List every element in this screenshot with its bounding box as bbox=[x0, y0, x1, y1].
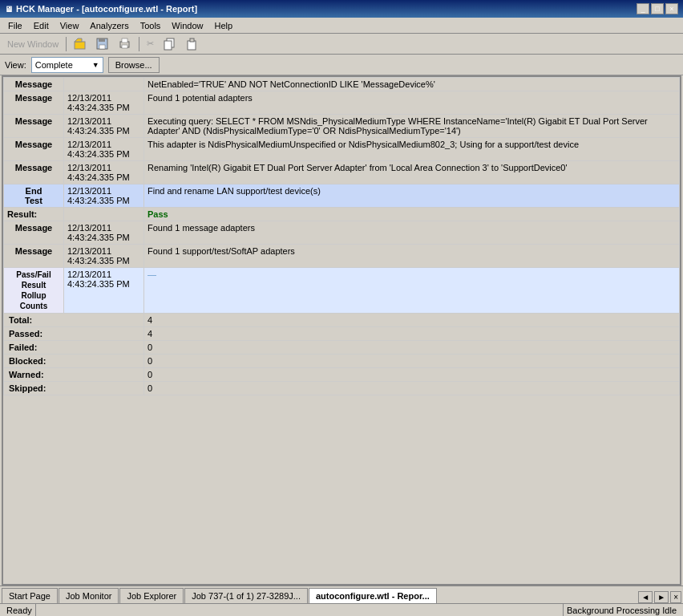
table-row: Message 12/13/20114:43:24.335 PM This ad… bbox=[4, 138, 680, 161]
summary-total-value: 4 bbox=[144, 314, 680, 327]
row-type-passfail: Pass/FailResultRollupCounts bbox=[4, 268, 64, 314]
menu-analyzers[interactable]: Analyzers bbox=[85, 19, 133, 32]
tab-nav-left-button[interactable]: ◄ bbox=[638, 591, 653, 603]
view-dropdown[interactable]: Complete ▼ bbox=[31, 57, 103, 73]
view-bar: View: Complete ▼ Browse... bbox=[0, 55, 683, 75]
menu-bar: File Edit View Analyzers Tools Window He… bbox=[0, 18, 683, 34]
menu-window[interactable]: Window bbox=[167, 19, 208, 32]
summary-total-row: Total: 4 bbox=[4, 314, 680, 327]
toolbar: New Window ✂ bbox=[0, 34, 683, 55]
row-message: Find and rename LAN support/test device(… bbox=[144, 184, 680, 208]
svg-rect-7 bbox=[122, 45, 127, 48]
minimize-button[interactable]: _ bbox=[637, 3, 649, 14]
svg-rect-10 bbox=[188, 41, 196, 50]
status-background: Background Processing Idle bbox=[563, 604, 680, 616]
row-datetime: 12/13/20114:43:24.335 PM bbox=[64, 221, 144, 245]
title-bar-controls: _ □ × bbox=[637, 3, 678, 14]
tabs-bar: Start Page Job Monitor Job Explorer Job … bbox=[0, 586, 683, 603]
row-datetime: 12/13/20114:43:24.335 PM bbox=[64, 245, 144, 268]
table-row: Message NetEnabled='TRUE' AND NOT NetCon… bbox=[4, 78, 680, 91]
menu-tools[interactable]: Tools bbox=[135, 19, 166, 32]
print-button[interactable] bbox=[115, 35, 135, 53]
title-bar-text: HCK Manager - [autoconfigure.wtl - Repor… bbox=[16, 4, 197, 14]
tab-start-page[interactable]: Start Page bbox=[2, 588, 58, 603]
menu-view[interactable]: View bbox=[55, 19, 84, 32]
row-type: Message bbox=[4, 161, 64, 184]
summary-skipped-label: Skipped: bbox=[4, 382, 144, 395]
close-button[interactable]: × bbox=[665, 3, 678, 14]
svg-rect-6 bbox=[122, 38, 127, 43]
summary-skipped-row: Skipped: 0 bbox=[4, 382, 680, 395]
table-row: Message 12/13/20114:43:24.335 PM Found 1… bbox=[4, 245, 680, 268]
tab-job-explorer[interactable]: Job Explorer bbox=[119, 588, 184, 603]
menu-edit[interactable]: Edit bbox=[29, 19, 54, 32]
row-datetime: 12/13/20114:43:24.335 PM bbox=[64, 91, 144, 115]
row-type: Message bbox=[4, 115, 64, 138]
end-test-row: EndTest 12/13/20114:43:24.335 PM Find an… bbox=[4, 184, 680, 208]
summary-passed-row: Passed: 4 bbox=[4, 327, 680, 341]
summary-warned-value: 0 bbox=[144, 368, 680, 382]
summary-warned-row: Warned: 0 bbox=[4, 368, 680, 382]
report-content-area: Message NetEnabled='TRUE' AND NOT NetCon… bbox=[2, 75, 681, 586]
tab-job-monitor[interactable]: Job Monitor bbox=[59, 588, 119, 603]
open-button[interactable] bbox=[70, 35, 91, 53]
menu-help[interactable]: Help bbox=[209, 19, 237, 32]
cut-button[interactable]: ✂ bbox=[143, 36, 158, 51]
row-type: Message bbox=[4, 91, 64, 115]
row-type: Message bbox=[4, 221, 64, 245]
view-selected: Complete bbox=[35, 60, 73, 70]
row-datetime: 12/13/20114:43:24.335 PM bbox=[64, 138, 144, 161]
svg-rect-0 bbox=[75, 42, 85, 49]
paste-button[interactable] bbox=[182, 35, 203, 53]
table-row: Message 12/13/20114:43:24.335 PM Executi… bbox=[4, 115, 680, 138]
paste-icon bbox=[186, 38, 199, 51]
result-value: Pass bbox=[144, 208, 680, 221]
tab-close-button[interactable]: × bbox=[670, 591, 681, 603]
tab-autoconfigure[interactable]: autoconfigure.wtl - Repor... bbox=[309, 588, 437, 603]
svg-rect-4 bbox=[99, 38, 105, 42]
row-message: Executing query: SELECT * FROM MSNdis_Ph… bbox=[144, 115, 680, 138]
svg-rect-3 bbox=[99, 45, 105, 49]
tab-nav-right-button[interactable]: ► bbox=[654, 591, 669, 603]
row-datetime: 12/13/20114:43:24.335 PM bbox=[64, 184, 144, 208]
row-datetime bbox=[64, 78, 144, 91]
row-message-passfail: — bbox=[144, 268, 680, 314]
row-datetime: 12/13/20114:43:24.335 PM bbox=[64, 161, 144, 184]
open-icon bbox=[74, 38, 87, 51]
status-ready: Ready bbox=[3, 604, 36, 616]
row-message: This adapter is NdisPhysicalMediumUnspec… bbox=[144, 138, 680, 161]
summary-blocked-label: Blocked: bbox=[4, 355, 144, 368]
report-table: Message NetEnabled='TRUE' AND NOT NetCon… bbox=[3, 77, 680, 395]
svg-rect-11 bbox=[190, 38, 194, 42]
row-message: Found 1 message adapters bbox=[144, 221, 680, 245]
toolbar-separator-2 bbox=[139, 37, 139, 51]
tab-job-737[interactable]: Job 737-(1 of 1) 27-3289J... bbox=[184, 588, 308, 603]
svg-marker-1 bbox=[75, 38, 82, 42]
summary-passed-value: 4 bbox=[144, 327, 680, 341]
report-table-scroll[interactable]: Message NetEnabled='TRUE' AND NOT NetCon… bbox=[3, 77, 680, 584]
pass-fail-row: Pass/FailResultRollupCounts 12/13/20114:… bbox=[4, 268, 680, 314]
browse-button[interactable]: Browse... bbox=[108, 57, 160, 73]
menu-file[interactable]: File bbox=[3, 19, 27, 32]
summary-skipped-value: 0 bbox=[144, 382, 680, 395]
tab-nav: ◄ ► × bbox=[638, 591, 681, 603]
save-button[interactable] bbox=[92, 35, 113, 53]
maximize-button[interactable]: □ bbox=[651, 3, 664, 14]
toolbar-separator-1 bbox=[66, 37, 67, 51]
summary-total-label: Total: bbox=[4, 314, 144, 327]
summary-warned-label: Warned: bbox=[4, 368, 144, 382]
summary-blocked-row: Blocked: 0 bbox=[4, 355, 680, 368]
new-window-button[interactable]: New Window bbox=[3, 37, 63, 51]
copy-button[interactable] bbox=[160, 35, 180, 53]
row-message: Found 1 support/test/SoftAP adapters bbox=[144, 245, 680, 268]
summary-passed-label: Passed: bbox=[4, 327, 144, 341]
print-icon bbox=[119, 38, 131, 51]
row-type: Message bbox=[4, 78, 64, 91]
result-datetime bbox=[64, 208, 144, 221]
title-bar: 🖥 HCK Manager - [autoconfigure.wtl - Rep… bbox=[0, 0, 683, 18]
row-type: Message bbox=[4, 245, 64, 268]
save-icon bbox=[96, 38, 109, 51]
summary-failed-value: 0 bbox=[144, 341, 680, 355]
row-message: NetEnabled='TRUE' AND NOT NetConnectionI… bbox=[144, 78, 680, 91]
svg-rect-9 bbox=[164, 41, 172, 50]
